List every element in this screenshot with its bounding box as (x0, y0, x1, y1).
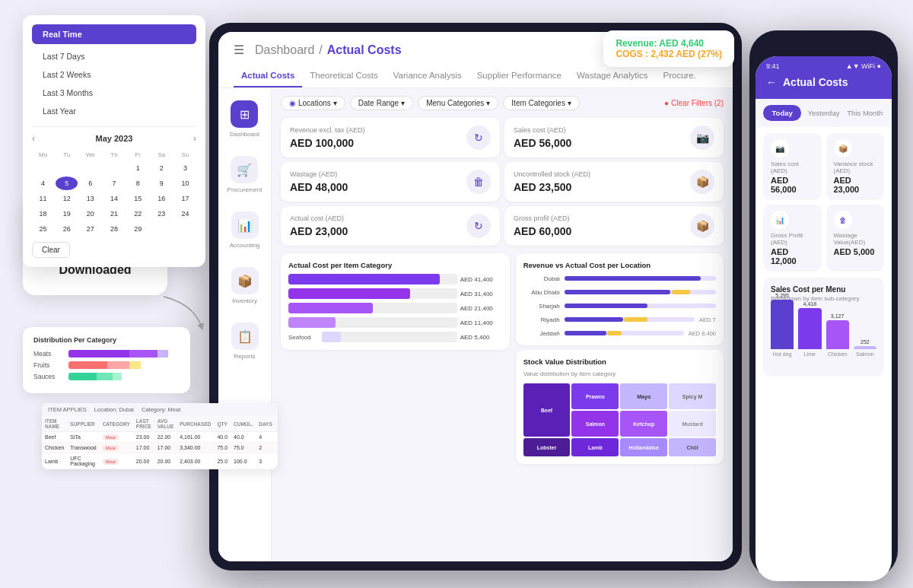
treemap: Beef Prawns Mayo Spicy M Salmon Ketchup … (523, 383, 716, 437)
filter-date-range[interactable]: Date Range ▾ (350, 96, 413, 110)
table-snippet: ITEM APPLIES Location: Dubai Category: M… (42, 403, 278, 469)
menu-icon[interactable]: ☰ (234, 43, 244, 57)
kpi-wastage: Wastage (AED) AED 48,000 🗑 (281, 162, 500, 202)
phone-wastage-icon: 🗑 (834, 211, 852, 229)
phone-kpi-sales: 📷 Sales cost (AED) AED 56,000 (763, 133, 822, 200)
table-row: Beef SiTa Meat 23.00 22.00 4,161.00 40.0… (42, 432, 278, 443)
sidebar-item-dashboard[interactable]: ⊞ Dashboard (230, 100, 259, 138)
phone-sales-icon: 📷 (771, 139, 789, 157)
filter-item-categories[interactable]: Item Categories ▾ (503, 96, 580, 110)
phone-notch (794, 38, 854, 53)
cat-bars: AED 41,400 AED 31,400 (288, 274, 502, 342)
breadcrumb-dashboard[interactable]: Dashboard (255, 43, 314, 57)
stock-icon: 📦 (690, 170, 714, 194)
reports-icon: 📋 (231, 323, 259, 350)
phone-day-tabs: Today Yesterday This Month (756, 99, 892, 127)
tab-yesterday[interactable]: Yesterday (804, 105, 842, 121)
lastyear-option[interactable]: Last Year (32, 102, 196, 120)
actual-cost-icon: ↻ (466, 214, 491, 238)
cogs-line: COGS : 2,432 AED (27%) (616, 49, 722, 59)
phone-variance-icon: 📦 (834, 139, 852, 157)
phone-kpi-wastage: 🗑 Wastage Value(AED) AED 5,000 (826, 205, 885, 272)
phone-status-bar: 9:41 ▲▼ WiFi ● (756, 56, 892, 70)
phone-back-btn[interactable]: ← (766, 76, 777, 88)
phone-kpi-grid: 📷 Sales cost (AED) AED 56,000 📦 Variance… (756, 127, 892, 278)
calendar-grid: MoTuWe ThFrSaSu 1 23 4 5 67 8910 1112 13… (32, 150, 196, 236)
cal-prev-btn[interactable]: ‹ (32, 133, 35, 144)
cal-clear-btn[interactable]: Clear (32, 242, 70, 258)
phone-header: ← Actual Costs (756, 70, 892, 99)
kpi-revenue: Revenue excl. tax (AED) AED 100,000 ↻ (281, 118, 500, 157)
stock-chart-title: Stock Value Distribution (523, 358, 716, 366)
phone-kpi-profit: 📊 Gross Profit (AED) AED 12,000 (763, 205, 822, 272)
phone-header-title: Actual Costs (783, 76, 848, 88)
phone-kpi-variance: 📦 Variance stock (AED) AED 23,000 (826, 133, 885, 200)
phone-device: 9:41 ▲▼ WiFi ● ← Actual Costs Today Yest… (749, 30, 898, 578)
arrow-decoration (156, 289, 217, 335)
revenue-chart-title: Revenue vs Actual Cost per Location (523, 261, 716, 269)
table-row: Chicken Transwood Meat 17.00 17.00 3,340… (42, 443, 278, 453)
last3months-option[interactable]: Last 3 Months (32, 84, 196, 102)
distrib-row-meats: Meats (33, 350, 180, 358)
cal-next-btn[interactable]: › (193, 133, 196, 144)
profit-icon: 📦 (690, 214, 714, 238)
filter-menu-categories[interactable]: Menu Categories ▾ (418, 96, 498, 110)
revenue-line: Revenue: AED 4,640 (616, 38, 722, 49)
accounting-icon: 📊 (231, 211, 259, 239)
tablet-bottom-charts: Actual Cost per Item Category AED 41,400 (281, 253, 724, 464)
tab-bar: Actual Costs Theoretical Costs Variance … (234, 65, 717, 87)
sidebar-item-procurement[interactable]: 🛒 Procurement (227, 156, 262, 193)
revenue-callout: Revenue: AED 4,640 COGS : 2,432 AED (27%… (603, 30, 734, 67)
calendar-popup: Real Time Last 7 Days Last 2 Weeks Last … (23, 15, 205, 267)
tab-variance-analysis[interactable]: Variance Analysis (386, 65, 469, 87)
kpi-gross-profit: Gross profit (AED) AED 60,000 📦 (504, 206, 724, 246)
kpi-sales-cost: Sales cost (AED) AED 56,000 📷 (504, 118, 724, 157)
tab-wastage-analytics[interactable]: Wastage Analytics (569, 65, 656, 87)
wastage-icon: 🗑 (466, 170, 491, 194)
realtime-btn[interactable]: Real Time (32, 24, 196, 44)
tab-theoretical-costs[interactable]: Theoretical Costs (302, 65, 385, 87)
kpi-actual-cost: Actual cost (AED) AED 23,000 ↻ (281, 206, 500, 246)
cat-chart-title: Actual Cost per Item Category (288, 261, 502, 269)
cat-chart-card: Actual Cost per Item Category AED 41,400 (281, 253, 510, 350)
sales-icon: 📷 (690, 126, 714, 150)
filter-locations[interactable]: ◉ Locations ▾ (281, 96, 345, 110)
tab-actual-costs[interactable]: Actual Costs (234, 65, 302, 87)
cal-month-label: May 2023 (96, 134, 133, 143)
stock-chart-subtitle: Value distribution by item category (523, 370, 716, 377)
distribution-box: Distribution Per Category Meats Fruits S… (23, 327, 190, 393)
phone-screen: 9:41 ▲▼ WiFi ● ← Actual Costs Today Yest… (756, 56, 892, 581)
distrib-title: Distribution Per Category (33, 336, 180, 344)
revenue-location-chart: Revenue vs Actual Cost per Location Duba… (516, 253, 724, 345)
last2weeks-option[interactable]: Last 2 Weeks (32, 65, 196, 84)
tablet-body: ⊞ Dashboard 🛒 Procurement 📊 Accounting 📦… (218, 88, 733, 561)
tablet-main-content: ◉ Locations ▾ Date Range ▾ Menu Categori… (272, 88, 733, 561)
breadcrumb-current: Actual Costs (327, 43, 402, 57)
sidebar-item-accounting[interactable]: 📊 Accounting (230, 211, 260, 249)
phone-sales-chart: Sales Cost per Menu Breakdown by item su… (763, 278, 884, 377)
kpi-uncontrolled-stock: Uncontrolled stock (AED) AED 23,500 📦 (504, 162, 724, 202)
tab-today[interactable]: Today (763, 105, 801, 121)
tab-procure[interactable]: Procure. (655, 65, 703, 87)
dashboard-icon: ⊞ (231, 100, 258, 128)
tablet-device: ☰ Dashboard / Actual Costs Actual Costs … (209, 23, 742, 571)
phone-bar-chart: 5,295 Hot dog 4,418 Lime 3,127 Chicken 2… (771, 308, 876, 369)
tablet-screen: ☰ Dashboard / Actual Costs Actual Costs … (218, 32, 733, 561)
table-row: Lamb UFC Packaging Meat 20.00 20.00 2,40… (42, 453, 278, 469)
sidebar-item-inventory[interactable]: 📦 Inventory (231, 267, 259, 304)
tab-this-month[interactable]: This Month (846, 105, 884, 121)
phone-profit-icon: 📊 (771, 211, 789, 229)
procurement-icon: 🛒 (231, 156, 258, 183)
distrib-row-sauces: Sauces (33, 373, 180, 380)
phone-time: 9:41 (766, 62, 780, 70)
last7days-option[interactable]: Last 7 Days (32, 47, 196, 65)
sidebar-item-reports[interactable]: 📋 Reports (231, 323, 259, 360)
location-bars: Dubai Abu Dhabi (523, 274, 716, 338)
stock-chart-card: Stock Value Distribution Value distribut… (516, 350, 724, 464)
tablet-sidebar: ⊞ Dashboard 🛒 Procurement 📊 Accounting 📦… (218, 88, 272, 561)
kpi-section: Revenue excl. tax (AED) AED 100,000 ↻ Sa… (281, 118, 724, 246)
clear-filters-btn[interactable]: ● Clear Filters (2) (664, 99, 724, 107)
revenue-icon: ↻ (466, 126, 491, 150)
tab-supplier-performance[interactable]: Supplier Performance (469, 65, 569, 87)
inventory-icon: 📦 (231, 267, 259, 294)
